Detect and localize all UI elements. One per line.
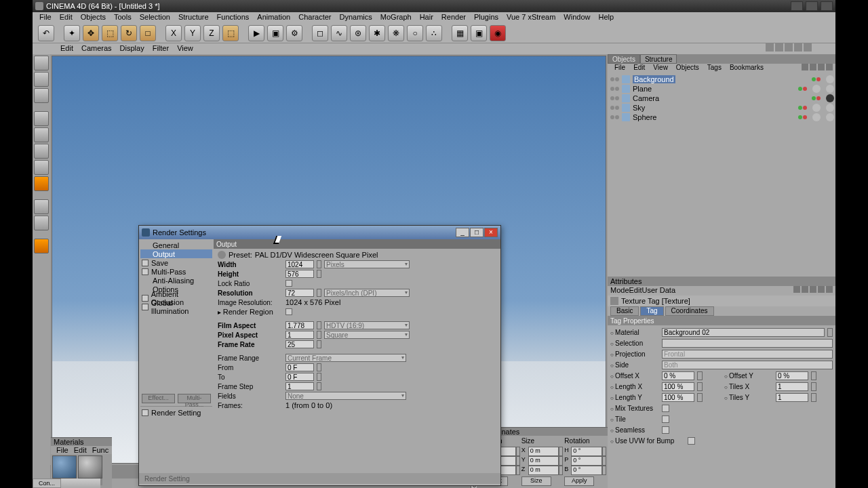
side-aa[interactable]: Anti-Aliasing bbox=[140, 276, 212, 285]
dialog-minimize-button[interactable]: _ bbox=[456, 228, 469, 237]
size-z[interactable]: 0 m bbox=[528, 466, 559, 475]
tile-checkbox[interactable] bbox=[662, 415, 669, 423]
spinner-icon[interactable] bbox=[317, 363, 321, 371]
offy-field[interactable]: 0 % bbox=[776, 371, 808, 380]
material-arrow-icon[interactable] bbox=[827, 328, 833, 337]
nurbs-icon[interactable]: ⊛ bbox=[350, 25, 366, 41]
poly-mode-icon[interactable] bbox=[34, 144, 49, 159]
spinner-icon[interactable] bbox=[811, 371, 816, 380]
obj-menu-bookmarks[interactable]: Bookmarks bbox=[726, 64, 768, 73]
side-gi[interactable]: Global Illumination bbox=[140, 302, 212, 311]
tilx-field[interactable]: 1 bbox=[776, 382, 808, 391]
spinner-icon[interactable] bbox=[317, 340, 321, 348]
from-field[interactable]: 0 F bbox=[285, 363, 314, 371]
spinner-icon[interactable] bbox=[317, 289, 321, 297]
vp-display[interactable]: Display bbox=[116, 43, 149, 54]
select-icon[interactable]: ✦ bbox=[64, 25, 80, 41]
obj-camera[interactable]: Camera bbox=[609, 94, 834, 103]
selection-field[interactable] bbox=[662, 339, 833, 348]
mix-checkbox[interactable] bbox=[662, 405, 669, 412]
menu-selection[interactable]: Selection bbox=[136, 12, 174, 23]
size-y[interactable]: 0 m bbox=[528, 456, 559, 466]
range-dropdown[interactable]: Current Frame bbox=[285, 354, 406, 362]
spinner-icon[interactable] bbox=[516, 456, 520, 466]
undo-icon[interactable]: ↶ bbox=[38, 25, 54, 41]
spinner-icon[interactable] bbox=[516, 466, 520, 475]
rotate-icon[interactable]: ↻ bbox=[121, 25, 137, 41]
obj-menu-tags[interactable]: Tags bbox=[703, 64, 726, 73]
menu-render[interactable]: Render bbox=[437, 12, 470, 23]
spinner-icon[interactable] bbox=[602, 447, 606, 456]
vp-icon-1[interactable] bbox=[766, 43, 774, 52]
pix-field[interactable]: 1 bbox=[285, 331, 314, 339]
fields-dropdown[interactable]: None bbox=[285, 392, 406, 400]
vp-icon-3[interactable] bbox=[785, 43, 793, 52]
spinner-icon[interactable] bbox=[317, 270, 321, 278]
side-general[interactable]: General bbox=[140, 241, 212, 249]
material-field[interactable]: Background 02 bbox=[662, 328, 825, 337]
projection-field[interactable]: Frontal bbox=[662, 350, 833, 359]
coord-icon[interactable]: ⬚ bbox=[222, 25, 239, 41]
uv-mode-icon[interactable] bbox=[34, 160, 49, 175]
camera-icon[interactable]: ▣ bbox=[471, 25, 487, 41]
menu-file[interactable]: File bbox=[35, 12, 56, 23]
width-unit-dropdown[interactable]: Pixels bbox=[324, 260, 410, 268]
tag-icon[interactable] bbox=[812, 113, 821, 121]
attr-nav-fwd-icon[interactable] bbox=[810, 286, 816, 293]
dialog-titlebar[interactable]: Render Settings _ □ × bbox=[139, 226, 500, 239]
spinner-icon[interactable] bbox=[697, 393, 703, 402]
render-view-icon[interactable]: ▶ bbox=[248, 25, 264, 41]
menu-functions[interactable]: Functions bbox=[213, 12, 254, 23]
attr-nav-up-icon[interactable] bbox=[802, 286, 808, 293]
to-field[interactable]: 0 F bbox=[285, 373, 314, 381]
menu-vue[interactable]: Vue 7 xStream bbox=[502, 12, 559, 23]
obj-plane[interactable]: Plane bbox=[609, 84, 834, 94]
menu-edit[interactable]: Edit bbox=[56, 12, 77, 23]
menu-help[interactable]: Help bbox=[594, 12, 618, 23]
minimize-button[interactable] bbox=[791, 1, 803, 11]
expand-icon[interactable] bbox=[826, 64, 833, 70]
search-icon[interactable] bbox=[802, 64, 808, 70]
tily-field[interactable]: 1 bbox=[776, 393, 808, 402]
snap-icon[interactable] bbox=[34, 216, 49, 230]
mat-menu-file[interactable]: File bbox=[54, 446, 71, 454]
leny-field[interactable]: 100 % bbox=[662, 393, 694, 402]
y-axis-icon[interactable]: Y bbox=[184, 25, 201, 41]
menu-structure[interactable]: Structure bbox=[174, 12, 213, 23]
menu-animation[interactable]: Animation bbox=[253, 12, 294, 23]
attr-lock-icon[interactable] bbox=[818, 286, 825, 293]
structure-tab[interactable]: Structure bbox=[640, 54, 677, 64]
render-settings-icon[interactable]: ⚙ bbox=[286, 25, 302, 41]
deformer-icon[interactable]: ❋ bbox=[388, 25, 404, 41]
cube-icon[interactable]: ◻ bbox=[312, 25, 328, 41]
vp-filter[interactable]: Filter bbox=[149, 43, 173, 54]
menu-tools[interactable]: Tools bbox=[110, 12, 136, 23]
menu-mograph[interactable]: MoGraph bbox=[376, 12, 416, 23]
dialog-close-button[interactable]: × bbox=[484, 228, 498, 237]
attr-tab-tag[interactable]: Tag bbox=[640, 306, 663, 316]
seam-checkbox[interactable] bbox=[662, 426, 669, 434]
tag-icon[interactable] bbox=[812, 85, 821, 93]
spinner-icon[interactable] bbox=[697, 382, 703, 391]
z-axis-icon[interactable]: Z bbox=[203, 25, 220, 41]
dialog-maximize-button[interactable]: □ bbox=[470, 228, 484, 237]
multipass-button[interactable]: Multi-Pass... bbox=[178, 394, 211, 403]
menu-plugins[interactable]: Plugins bbox=[470, 12, 502, 23]
vp-icon-2[interactable] bbox=[775, 43, 783, 52]
vp-edit[interactable]: Edit bbox=[56, 43, 77, 54]
menu-objects[interactable]: Objects bbox=[77, 12, 110, 23]
tag-icon[interactable] bbox=[826, 104, 834, 112]
res-field[interactable]: 72 bbox=[285, 289, 314, 297]
tool-icon[interactable]: □ bbox=[140, 25, 156, 41]
maximize-button[interactable] bbox=[806, 1, 818, 11]
size-x[interactable]: 0 m bbox=[528, 447, 559, 456]
mat-menu-edit[interactable]: Edit bbox=[71, 446, 90, 454]
obj-menu-edit[interactable]: Edit bbox=[629, 64, 649, 73]
scene-icon[interactable]: ○ bbox=[407, 25, 423, 41]
size-dropdown[interactable]: Size bbox=[521, 476, 551, 486]
rot-p[interactable]: 0 ° bbox=[571, 456, 602, 466]
vp-cameras[interactable]: Cameras bbox=[77, 43, 116, 54]
vp-icon-5[interactable] bbox=[804, 43, 812, 52]
film-dropdown[interactable]: HDTV (16:9) bbox=[324, 321, 410, 329]
spinner-icon[interactable] bbox=[317, 382, 321, 390]
